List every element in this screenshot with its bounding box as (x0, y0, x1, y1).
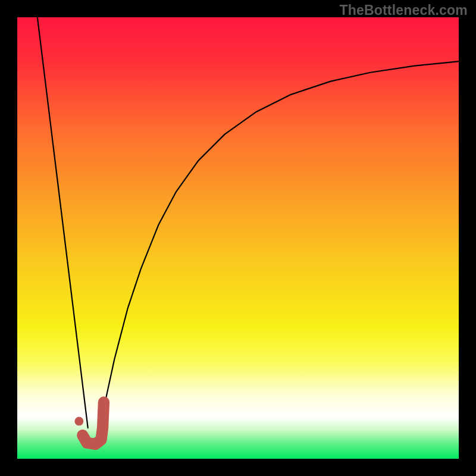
dot_marker (74, 417, 83, 426)
plot-area (17, 17, 459, 459)
chart-frame: TheBottleneck.com (0, 0, 476, 476)
watermark-text: TheBottleneck.com (339, 2, 468, 18)
chart-svg (17, 17, 459, 459)
